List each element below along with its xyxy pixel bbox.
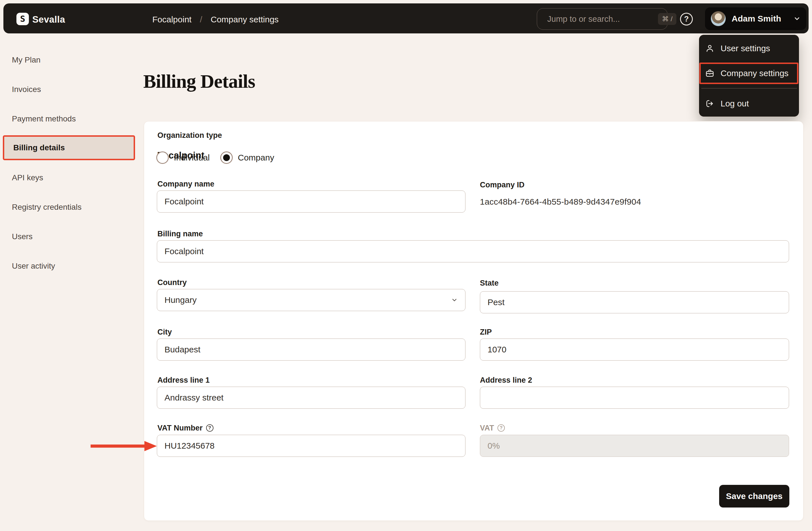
annotation-box-company-settings [699, 62, 798, 84]
sidebar-item-invoices[interactable]: Invoices [12, 83, 131, 96]
breadcrumb-page: Company settings [211, 15, 279, 24]
state-input[interactable] [480, 291, 789, 313]
logout-icon [705, 99, 714, 108]
sidebar-item-label: API keys [12, 173, 43, 182]
billing-name-input[interactable] [157, 240, 789, 262]
radio-selected-dot [223, 154, 230, 161]
sidebar-item-api-keys[interactable]: API keys [12, 172, 131, 184]
city-input[interactable] [157, 339, 465, 360]
help-button[interactable]: ? [680, 13, 693, 26]
help-glyph: ? [684, 15, 689, 24]
sidebar-item-payment-methods[interactable]: Payment methods [12, 113, 131, 125]
radio-company[interactable]: Company [220, 151, 274, 164]
radio-label: Individual [174, 153, 210, 162]
sidebar-item-label: Registry credentials [12, 203, 82, 212]
menu-item-label: Log out [721, 99, 749, 108]
radio-circle-company[interactable] [220, 151, 233, 164]
vat-input [480, 435, 789, 457]
breadcrumb-separator: / [200, 15, 202, 24]
top-bar: S Sevalla Focalpoint / Company settings … [3, 3, 809, 33]
country-select[interactable]: Hungary [157, 289, 465, 311]
annotation-arrow [90, 440, 157, 452]
company-id-label: Company ID [480, 180, 525, 190]
sidebar-item-my-plan[interactable]: My Plan [12, 54, 131, 66]
country-label: Country [157, 277, 187, 287]
organization-type-label: Organization type [157, 130, 222, 141]
chevron-down-icon [793, 15, 801, 23]
breadcrumb-org[interactable]: Focalpoint [152, 15, 191, 24]
select-chevron-icon [451, 297, 458, 304]
country-selected-value: Hungary [164, 295, 197, 305]
address-line-1-label: Address line 1 [157, 375, 210, 385]
city-label: City [157, 327, 172, 337]
sevalla-logo-glyph: S [20, 15, 25, 23]
billing-name-label: Billing name [157, 229, 203, 239]
vat-label-text: VAT [480, 424, 494, 432]
zip-input[interactable] [480, 339, 789, 360]
address-line-1-input[interactable] [157, 387, 465, 409]
vat-number-help-icon[interactable]: ? [206, 424, 214, 432]
sidebar-item-label: Billing details [13, 143, 65, 152]
menu-item-log-out[interactable]: Log out [705, 97, 793, 110]
radio-label: Company [238, 153, 274, 162]
menu-item-label: User settings [721, 44, 770, 53]
zip-label: ZIP [480, 327, 492, 337]
sidebar-item-label: Invoices [12, 85, 41, 94]
vat-label: VAT ? [480, 423, 505, 433]
vat-number-input[interactable] [157, 435, 465, 457]
sidebar-item-users[interactable]: Users [12, 231, 131, 243]
sidebar-item-user-activity[interactable]: User activity [12, 260, 131, 272]
search-shortcut-badge: ⌘ / [658, 13, 677, 25]
brand-name: Sevalla [32, 14, 65, 25]
state-label: State [480, 278, 498, 288]
menu-item-user-settings[interactable]: User settings [705, 42, 793, 55]
vat-help-icon[interactable]: ? [497, 424, 505, 432]
company-name-label: Company name [157, 179, 214, 189]
sevalla-logo[interactable]: S [16, 13, 29, 25]
user-icon [705, 44, 714, 53]
avatar [711, 11, 726, 26]
company-name-input[interactable] [157, 191, 465, 212]
vat-number-label: VAT Number ? [157, 423, 214, 433]
menu-divider [701, 88, 797, 89]
user-name: Adam Smith [731, 14, 788, 24]
search-input[interactable] [547, 14, 654, 24]
radio-circle-individual[interactable] [156, 151, 169, 164]
save-changes-button[interactable]: Save changes [719, 485, 789, 507]
sidebar-item-label: User activity [12, 262, 55, 270]
sidebar-item-label: Payment methods [12, 114, 76, 123]
company-id-value: 1acc48b4-7664-4b55-b489-9d4347e9f904 [480, 197, 641, 207]
page-title: Billing Details [143, 70, 255, 92]
user-menu-trigger[interactable]: Adam Smith [705, 8, 806, 30]
address-line-2-label: Address line 2 [480, 375, 532, 385]
sidebar-item-billing-details[interactable]: Billing details [3, 135, 135, 160]
sidebar-item-label: Users [12, 232, 32, 241]
radio-individual[interactable]: Individual [156, 151, 210, 164]
global-search[interactable]: ⌘ / [537, 8, 668, 30]
vat-number-label-text: VAT Number [157, 424, 203, 432]
billing-details-card [144, 121, 803, 521]
sidebar-item-label: My Plan [12, 56, 41, 64]
address-line-2-input[interactable] [480, 387, 789, 409]
sidebar-item-registry-credentials[interactable]: Registry credentials [12, 201, 131, 213]
